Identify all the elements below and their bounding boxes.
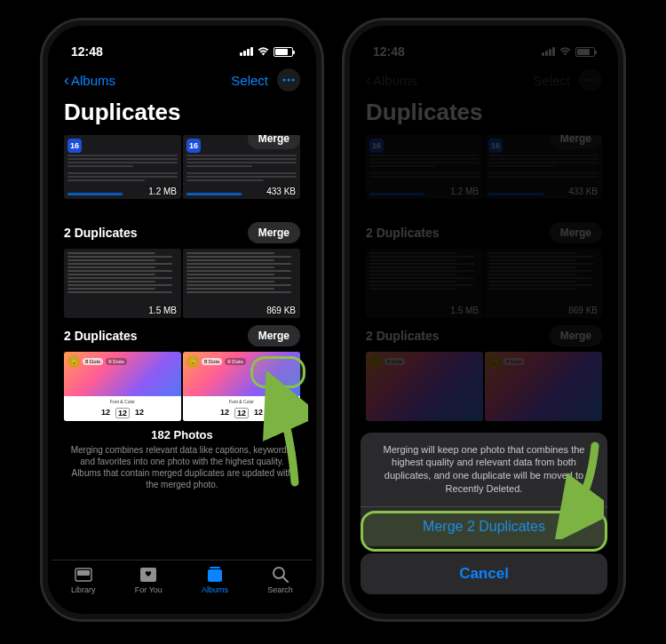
phone-left: 12:48 ‹ Albums Select [40,18,324,622]
merge-button[interactable]: Merge [248,135,300,149]
tab-bar: Library For You Albums Search [52,560,313,610]
nav-bar: ‹ Albums Select [52,65,313,99]
svg-rect-7 [210,567,220,568]
status-time: 12:48 [71,44,103,59]
content-area[interactable]: 16 1.2 MB 16 433 KB 2 Duplicates Merge [52,135,313,560]
photo-count: 182 Photos [69,428,295,441]
photo-library-icon [74,566,93,584]
file-size: 433 KB [266,187,296,196]
file-size: 869 KB [266,306,296,315]
tab-label: Library [71,585,96,594]
group-title: 2 Duplicates [64,329,137,343]
back-label: Albums [71,73,115,88]
chevron-left-icon: ‹ [64,71,69,90]
duplicate-row: 🔒8 Dots9 Dots Font & Color121212 🔒8 Dots… [64,352,300,421]
cancel-button[interactable]: Cancel [361,553,607,594]
status-icons [240,45,293,59]
search-icon [271,566,290,584]
ellipsis-icon [282,78,295,82]
tab-label: For You [135,585,163,594]
svg-point-2 [292,79,295,82]
file-size: 1.2 MB [148,187,177,196]
action-sheet: Merging will keep one photo that combine… [361,433,607,594]
duplicate-row: 1.5 MB 869 KB [64,249,300,318]
svg-point-1 [288,79,290,82]
merge-button[interactable]: Merge [248,325,300,346]
more-button[interactable] [277,68,300,91]
svg-point-0 [283,79,286,82]
back-button[interactable]: ‹ Albums [64,71,115,90]
wifi-icon [257,45,270,59]
tab-label: Search [267,585,293,594]
thumbnail[interactable]: 1.5 MB [64,249,181,318]
tab-library[interactable]: Library [71,566,96,594]
screen-left: 12:48 ‹ Albums Select [52,29,313,610]
tab-for-you[interactable]: For You [135,566,163,594]
footer-description: Merging combines relevant data like capt… [69,444,295,490]
tab-label: Albums [202,585,228,594]
file-size: 1.5 MB [148,306,177,315]
footer-info: 182 Photos Merging combines relevant dat… [64,421,300,496]
tab-albums[interactable]: Albums [202,566,228,594]
group-title: 2 Duplicates [64,226,137,240]
page-title: Duplicates [52,99,313,135]
albums-icon [205,566,225,584]
thumbnail[interactable]: 869 KB [183,249,300,318]
merge-button[interactable]: Merge [248,222,300,243]
phone-right: 12:48 ‹ Albums Select Duplicates [342,18,626,622]
battery-icon [274,47,293,57]
sheet-description: Merging will keep one photo that combine… [361,433,607,507]
svg-point-8 [274,568,284,578]
for-you-icon [139,566,158,584]
merge-duplicates-button[interactable]: Merge 2 Duplicates [361,507,607,546]
screen-right: 12:48 ‹ Albums Select Duplicates [353,29,614,610]
tab-search[interactable]: Search [267,566,293,594]
thumbnail[interactable]: 🔒8 Dots9 Dots Font & Color121212 [64,352,181,421]
notch [140,28,225,51]
notch [442,28,527,51]
svg-rect-4 [77,570,90,576]
thumbnail[interactable]: 🔒8 Dots9 Dots Font & Color121212 [183,352,300,421]
svg-line-9 [283,577,288,582]
select-button[interactable]: Select [231,73,268,88]
svg-rect-6 [208,569,222,582]
cellular-icon [240,47,253,56]
group-header: 2 Duplicates Merge [64,318,300,352]
group-header: 2 Duplicates Merge [64,215,300,249]
group-header: 2 Duplicates Merge [64,135,300,155]
